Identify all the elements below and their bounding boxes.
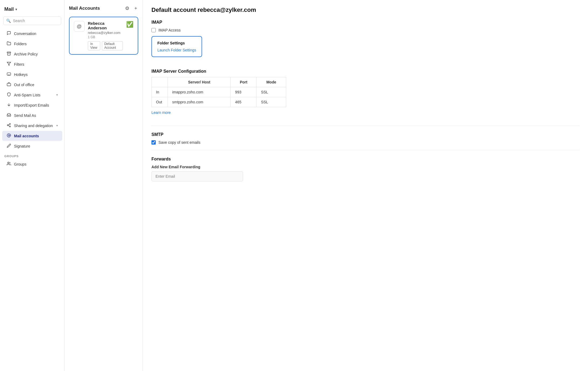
imap-cell-host: smtppro.zoho.com xyxy=(168,97,231,107)
smtp-save-copy-row: Save copy of sent emails xyxy=(151,140,579,145)
sidebar-item-mail-accounts[interactable]: Mail accounts xyxy=(2,131,62,141)
anti-spam-icon xyxy=(6,92,11,97)
settings-button[interactable]: ⚙ xyxy=(124,4,130,12)
col-header-host: Server/ Host xyxy=(168,77,231,87)
nav-items-container: ConversationFoldersArchive PolicyFilters… xyxy=(0,28,64,151)
mail-accounts-icon xyxy=(6,133,11,138)
middle-panel: Mail Accounts ⚙ + @ Rebecca Anderson reb… xyxy=(65,0,143,371)
account-card[interactable]: @ Rebecca Anderson rebecca@zylker.com 1 … xyxy=(69,17,138,55)
folders-icon xyxy=(6,41,11,46)
folder-settings-title: Folder Settings xyxy=(157,41,196,45)
smtp-section-title: SMTP xyxy=(151,132,579,137)
sidebar-item-signature[interactable]: Signature xyxy=(2,141,62,151)
hotkeys-icon xyxy=(6,72,11,77)
sidebar-item-label-archive-policy: Archive Policy xyxy=(14,52,38,56)
sidebar-item-label-filters: Filters xyxy=(14,62,24,66)
app-title-chevron: ▾ xyxy=(15,8,17,11)
sidebar-item-hotkeys[interactable]: Hotkeys xyxy=(2,69,62,79)
conversation-icon xyxy=(6,31,11,36)
app-title-text: Mail xyxy=(4,6,14,12)
svg-rect-11 xyxy=(7,83,11,86)
sidebar-item-archive-policy[interactable]: Archive Policy xyxy=(2,49,62,59)
smtp-save-copy-checkbox[interactable] xyxy=(151,140,156,145)
signature-icon xyxy=(6,144,11,149)
account-storage: 1 GB xyxy=(88,35,123,39)
sidebar-item-label-sharing-delegation: Sharing and delegation xyxy=(14,124,53,128)
account-info: Rebecca Anderson rebecca@zylker.com 1 GB… xyxy=(88,21,123,50)
account-email: rebecca@zylker.com xyxy=(88,31,123,35)
send-mail-as-icon xyxy=(6,113,11,118)
imap-cell-direction: Out xyxy=(152,97,168,107)
sidebar-item-label-groups: Groups xyxy=(14,162,26,166)
account-check-icon: ✅ xyxy=(126,21,133,28)
svg-marker-1 xyxy=(7,62,11,65)
imap-section-title: IMAP xyxy=(151,20,579,25)
filters-icon xyxy=(6,62,11,67)
imap-access-row: IMAP Access xyxy=(151,28,579,32)
add-account-button[interactable]: + xyxy=(133,5,138,12)
group-items-container: Groups xyxy=(0,159,64,169)
divider-forwards xyxy=(151,150,579,150)
sidebar-item-conversation[interactable]: Conversation xyxy=(2,29,62,38)
sidebar-item-out-of-office[interactable]: Out of office xyxy=(2,80,62,90)
imap-cell-mode: SSL xyxy=(257,97,286,107)
sidebar-item-label-folders: Folders xyxy=(14,42,27,46)
folder-settings-box: Folder Settings Launch Folder Settings xyxy=(151,36,202,57)
imap-access-label[interactable]: IMAP Access xyxy=(158,28,181,32)
page-title: Default account rebecca@zylker.com xyxy=(151,6,579,13)
sidebar-item-anti-spam[interactable]: Anti-Spam Lists▾ xyxy=(2,90,62,100)
sidebar-item-sharing-delegation[interactable]: Sharing and delegation▾ xyxy=(2,121,62,131)
imap-access-checkbox[interactable] xyxy=(151,28,156,32)
chevron-icon-anti-spam: ▾ xyxy=(56,93,58,97)
archive-policy-icon xyxy=(6,51,11,57)
sidebar-item-groups[interactable]: Groups xyxy=(2,159,62,169)
sidebar-item-label-hotkeys: Hotkeys xyxy=(14,72,28,77)
svg-line-17 xyxy=(8,124,10,125)
svg-point-13 xyxy=(9,123,11,124)
sidebar-item-folders[interactable]: Folders xyxy=(2,39,62,49)
imap-cell-direction: In xyxy=(152,87,168,97)
col-header-empty xyxy=(152,77,168,87)
app-title[interactable]: Mail ▾ xyxy=(0,4,64,16)
sidebar-item-label-mail-accounts: Mail accounts xyxy=(14,134,39,138)
sidebar-item-label-signature: Signature xyxy=(14,144,30,148)
sidebar-item-import-export[interactable]: Import/Export Emails xyxy=(2,100,62,110)
svg-point-15 xyxy=(9,126,11,127)
chevron-icon-sharing-delegation: ▾ xyxy=(56,124,58,127)
search-icon: 🔍 xyxy=(6,19,11,23)
imap-server-config-table: Server/ Host Port Mode Inimappro.zoho.co… xyxy=(151,77,286,107)
svg-point-18 xyxy=(8,135,9,136)
sharing-delegation-icon xyxy=(6,123,11,128)
account-tags: In View Default Account xyxy=(88,41,123,50)
add-forwarding-label: Add New Email Forwarding xyxy=(151,165,579,169)
groups-icon xyxy=(6,162,11,167)
search-box[interactable]: 🔍 Search xyxy=(3,16,61,25)
panel-header: Mail Accounts ⚙ + xyxy=(69,4,138,12)
panel-title: Mail Accounts xyxy=(69,6,100,11)
launch-folder-settings-link[interactable]: Launch Folder Settings xyxy=(157,48,196,52)
import-export-icon xyxy=(6,103,11,108)
sidebar-item-label-send-mail-as: Send Mail As xyxy=(14,113,36,118)
col-header-port: Port xyxy=(231,77,257,87)
table-row: Outsmtppro.zoho.com465SSL xyxy=(152,97,286,107)
sidebar-item-label-conversation: Conversation xyxy=(14,32,36,36)
sidebar-item-filters[interactable]: Filters xyxy=(2,59,62,69)
divider-smtp xyxy=(151,125,579,126)
forwards-section-title: Forwards xyxy=(151,157,579,162)
imap-cell-mode: SSL xyxy=(257,87,286,97)
account-name: Rebecca Anderson xyxy=(88,21,123,30)
svg-rect-0 xyxy=(7,52,11,53)
groups-label: GROUPS xyxy=(0,151,64,159)
out-of-office-icon xyxy=(6,82,11,87)
account-tag-in-view: In View xyxy=(88,41,100,50)
table-row: Inimappro.zoho.com993SSL xyxy=(152,87,286,97)
imap-cell-port: 993 xyxy=(231,87,257,97)
search-placeholder: Search xyxy=(13,19,25,23)
main-content: Default account rebecca@zylker.com IMAP … xyxy=(143,0,588,371)
svg-point-19 xyxy=(8,162,9,163)
add-forwarding-input[interactable] xyxy=(151,171,243,181)
learn-more-link[interactable]: Learn more xyxy=(151,110,171,115)
sidebar-item-label-import-export: Import/Export Emails xyxy=(14,103,49,107)
smtp-save-copy-label[interactable]: Save copy of sent emails xyxy=(158,140,200,145)
sidebar-item-send-mail-as[interactable]: Send Mail As xyxy=(2,110,62,120)
